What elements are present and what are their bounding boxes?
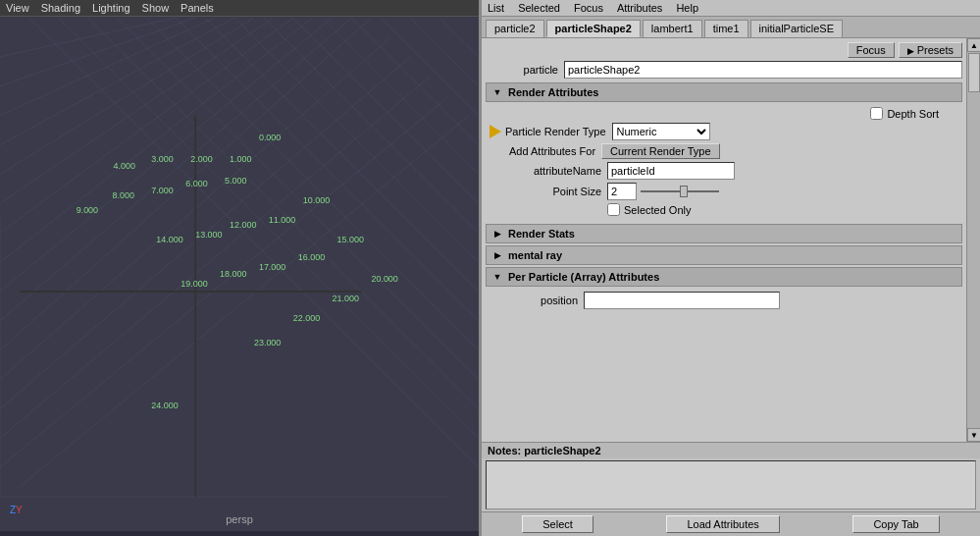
attribute-name-label: attributeName [509,165,607,177]
viewport-label: persp [226,513,253,525]
notes-body[interactable] [486,460,976,509]
attr-tabs-bar: particle2 particleShape2 lambert1 time1 … [482,17,980,38]
particle-render-type-label: Particle Render Type [505,126,612,137]
svg-text:16.000: 16.000 [298,252,325,262]
attr-content-scroll[interactable]: Focus ▶ Presets particle ▼ Render Attrib… [482,38,966,442]
attribute-editor: List Selected Focus Attributes Help part… [481,0,980,536]
selected-only-label: Selected Only [624,204,691,216]
menu-lighting[interactable]: Lighting [92,2,130,14]
render-stats-title: Render Stats [508,228,575,240]
selected-only-row: Selected Only [490,203,958,216]
svg-text:24.000: 24.000 [151,401,178,410]
grid-svg: 0.000 1.000 2.000 3.000 4.000 5.000 6.00… [0,17,479,531]
bottom-buttons-bar: Select Load Attributes Copy Tab [482,511,980,536]
render-attrs-title: Render Attributes [508,86,599,98]
svg-text:7.000: 7.000 [151,186,173,195]
focus-presets-row: Focus ▶ Presets [486,42,962,58]
svg-text:17.000: 17.000 [259,262,285,272]
svg-text:8.000: 8.000 [113,190,134,200]
svg-text:5.000: 5.000 [225,176,246,186]
particle-label: particle [486,64,564,76]
scrollbar[interactable]: ▲ ▼ [966,38,980,442]
menu-show[interactable]: Show [142,2,170,14]
scroll-track[interactable] [967,52,980,428]
position-input[interactable] [584,292,780,309]
scroll-thumb[interactable] [968,53,980,92]
attribute-name-row: attributeName [490,162,958,180]
particle-name-row: particle [486,61,962,79]
viewport-panel[interactable]: View Shading Lighting Show Panels [0,0,481,536]
viewport-menubar: View Shading Lighting Show Panels [0,0,479,17]
svg-text:10.000: 10.000 [303,195,330,205]
svg-text:13.000: 13.000 [195,230,222,240]
selected-only-checkbox[interactable] [607,203,620,216]
depth-sort-row: Depth Sort [490,107,958,120]
menu-view[interactable]: View [6,2,29,14]
presets-button[interactable]: ▶ Presets [899,42,962,58]
svg-text:6.000: 6.000 [185,179,207,188]
point-size-label: Point Size [509,186,607,197]
notes-section-label: Notes: particleShape2 [482,442,980,458]
menu-list[interactable]: List [488,2,504,14]
svg-text:18.000: 18.000 [220,269,246,279]
svg-text:11.000: 11.000 [269,215,295,225]
scroll-up-btn[interactable]: ▲ [967,38,980,52]
render-attrs-body: Depth Sort Particle Render Type Numeric … [486,104,962,222]
menu-panels[interactable]: Panels [181,2,214,14]
svg-text:4.000: 4.000 [114,161,135,171]
svg-text:23.000: 23.000 [254,338,281,348]
point-size-slider[interactable] [641,190,719,192]
svg-text:0.000: 0.000 [259,133,281,142]
menu-shading[interactable]: Shading [41,2,80,14]
attribute-name-input[interactable] [607,162,735,180]
svg-text:9.000: 9.000 [77,205,98,215]
tab-particleshape2[interactable]: particleShape2 [546,20,641,37]
svg-text:14.000: 14.000 [156,235,182,244]
depth-sort-checkbox[interactable] [870,107,883,120]
add-attrs-btn[interactable]: Current Render Type [601,143,720,159]
focus-button[interactable]: Focus [848,42,895,58]
attr-menubar: List Selected Focus Attributes Help [482,0,980,17]
scroll-down-btn[interactable]: ▼ [967,428,980,442]
tab-particle2[interactable]: particle2 [486,20,544,37]
menu-selected[interactable]: Selected [518,2,560,14]
tab-initialparticlese[interactable]: initialParticleSE [750,20,843,37]
mental-ray-header[interactable]: ▶ mental ray [486,245,962,265]
mental-ray-arrow: ▶ [490,248,504,262]
svg-text:2.000: 2.000 [190,154,212,164]
svg-text:3.000: 3.000 [151,154,173,164]
select-button[interactable]: Select [522,515,593,533]
render-stats-header[interactable]: ▶ Render Stats [486,224,962,243]
per-particle-header[interactable]: ▼ Per Particle (Array) Attributes [486,267,962,287]
position-label: position [505,295,584,306]
add-attrs-for-label: Add Attributes For [509,145,601,157]
svg-text:22.000: 22.000 [293,313,320,323]
menu-help[interactable]: Help [676,2,698,14]
svg-text:20.000: 20.000 [371,274,397,284]
per-particle-arrow: ▼ [490,270,504,284]
particle-render-type-select[interactable]: Numeric Points Spheres Blobby Surface Cl… [612,123,710,140]
copy-tab-button[interactable]: Copy Tab [852,515,939,533]
position-row: position [505,292,958,309]
per-particle-body: position [486,289,962,315]
svg-text:15.000: 15.000 [337,235,364,244]
render-attrs-arrow: ▼ [490,85,504,99]
point-size-row: Point Size [490,183,958,200]
depth-sort-label: Depth Sort [887,108,939,120]
menu-focus[interactable]: Focus [574,2,603,14]
load-attrs-button[interactable]: Load Attributes [666,515,779,533]
tab-lambert1[interactable]: lambert1 [643,20,702,37]
menu-attributes[interactable]: Attributes [617,2,662,14]
per-particle-title: Per Particle (Array) Attributes [508,271,659,283]
render-attrs-header[interactable]: ▼ Render Attributes [486,82,962,102]
point-size-input[interactable] [607,183,637,200]
svg-text:1.000: 1.000 [230,154,251,164]
mental-ray-title: mental ray [508,249,562,261]
svg-text:21.000: 21.000 [333,294,359,303]
particle-name-input[interactable] [564,61,962,79]
svg-text:19.000: 19.000 [181,279,207,289]
tab-time1[interactable]: time1 [704,20,748,37]
render-stats-arrow: ▶ [490,227,504,241]
viewport-canvas: 0.000 1.000 2.000 3.000 4.000 5.000 6.00… [0,17,479,531]
main-content-area: Focus ▶ Presets particle ▼ Render Attrib… [482,38,980,442]
